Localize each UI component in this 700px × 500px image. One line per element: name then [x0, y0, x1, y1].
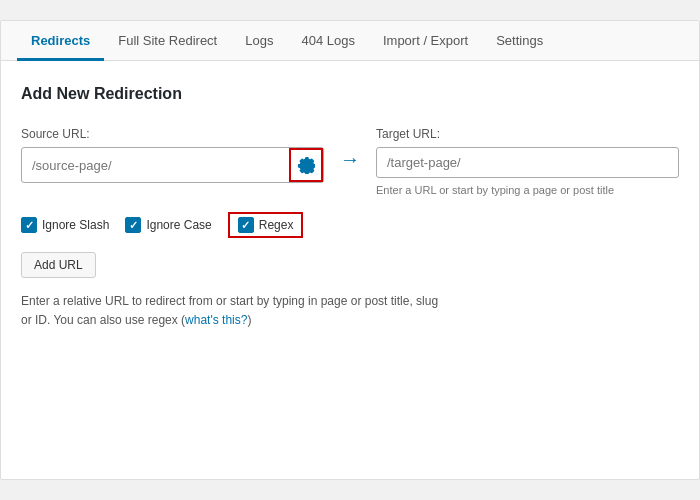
- source-url-input[interactable]: [22, 151, 289, 180]
- ignore-slash-checkbox[interactable]: ✓ Ignore Slash: [21, 217, 109, 233]
- add-url-button[interactable]: Add URL: [21, 252, 96, 278]
- url-fields-row: Source URL: →: [21, 127, 679, 196]
- target-url-hint: Enter a URL or start by typing a page or…: [376, 184, 679, 196]
- target-url-label: Target URL:: [376, 127, 679, 141]
- nav-tabs: Redirects Full Site Redirect Logs 404 Lo…: [1, 21, 699, 61]
- target-url-input[interactable]: [377, 148, 678, 177]
- ignore-case-label: Ignore Case: [146, 218, 211, 232]
- whats-this-link[interactable]: what's this?: [185, 313, 247, 327]
- ignore-slash-checkbox-box: ✓: [21, 217, 37, 233]
- target-url-group: Target URL: Enter a URL or start by typi…: [376, 127, 679, 196]
- regex-checkbox[interactable]: ✓ Regex: [228, 212, 304, 238]
- ignore-case-checkbox-box: ✓: [125, 217, 141, 233]
- checkboxes-row: ✓ Ignore Slash ✓ Ignore Case ✓ Regex: [21, 212, 679, 238]
- main-content: Add New Redirection Source URL:: [1, 61, 699, 354]
- source-url-icon-button[interactable]: [289, 148, 323, 182]
- source-url-group: Source URL:: [21, 127, 324, 183]
- tab-logs[interactable]: Logs: [231, 21, 287, 61]
- section-title: Add New Redirection: [21, 85, 679, 103]
- source-url-input-wrap: [21, 147, 324, 183]
- tab-redirects[interactable]: Redirects: [17, 21, 104, 61]
- source-url-label: Source URL:: [21, 127, 324, 141]
- gear-icon: [297, 156, 315, 174]
- direction-arrow: →: [340, 127, 360, 169]
- hint-text: Enter a relative URL to redirect from or…: [21, 292, 441, 330]
- tab-full-site-redirect[interactable]: Full Site Redirect: [104, 21, 231, 61]
- tab-import-export[interactable]: Import / Export: [369, 21, 482, 61]
- ignore-slash-label: Ignore Slash: [42, 218, 109, 232]
- regex-label: Regex: [259, 218, 294, 232]
- tab-404-logs[interactable]: 404 Logs: [287, 21, 369, 61]
- target-url-input-wrap: [376, 147, 679, 178]
- ignore-case-checkbox[interactable]: ✓ Ignore Case: [125, 217, 211, 233]
- regex-checkbox-box: ✓: [238, 217, 254, 233]
- tab-settings[interactable]: Settings: [482, 21, 557, 61]
